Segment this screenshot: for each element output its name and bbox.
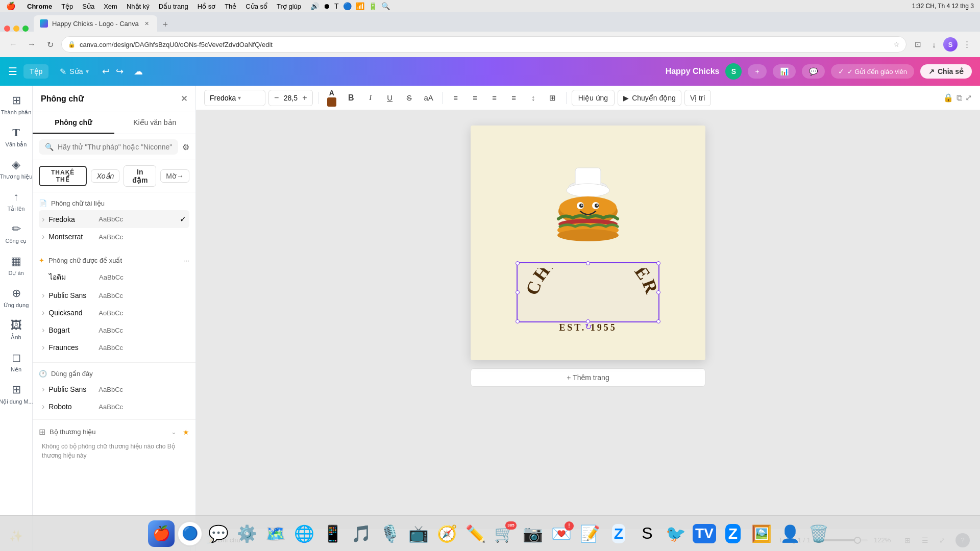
font-item-montserrat[interactable]: › Montserrat AaBbCc [39, 228, 189, 245]
style-outline-button[interactable]: THAKÊ THỂ [39, 166, 87, 186]
window-minimize-button[interactable] [13, 26, 19, 32]
menu-file[interactable]: Tệp [61, 3, 73, 10]
strikethrough-button[interactable]: S [401, 90, 418, 106]
share-button[interactable]: ↗ Chia sẻ [920, 64, 972, 79]
align-center-button[interactable]: ≡ [467, 90, 483, 106]
dock-trash[interactable]: 🗑️ [805, 520, 832, 547]
case-button[interactable]: aA [421, 90, 437, 106]
font-item-roboto[interactable]: › Roboto AaBbCc [39, 398, 189, 415]
extensions-button[interactable]: ⋮ [960, 37, 974, 52]
font-item-fraunces[interactable]: › Fraunces AaBbCc [39, 339, 189, 356]
forward-button[interactable]: → [24, 37, 39, 52]
selection-handle-mr[interactable] [656, 290, 660, 294]
menu-history[interactable]: Nhật ký [127, 3, 150, 10]
align-right-button[interactable]: ≡ [486, 90, 503, 106]
grid-button[interactable]: ⊞ [545, 90, 561, 106]
dock-skype[interactable]: S [634, 520, 660, 547]
spacing-button[interactable]: ↕ [525, 90, 542, 106]
menu-tab[interactable]: Thẻ [225, 3, 236, 10]
decrease-size-button[interactable]: − [272, 93, 281, 103]
dock-zalo2[interactable]: Z [720, 520, 746, 547]
window-close-button[interactable] [4, 26, 10, 32]
expand-icon-toolbar[interactable]: ⤢ [965, 93, 972, 103]
font-item-bogart[interactable]: › Bogart AaBbCc [39, 321, 189, 339]
font-selector[interactable]: Fredoka ▾ [204, 90, 265, 106]
dock-podcasts[interactable]: 🎙️ [377, 520, 403, 547]
address-bar[interactable]: 🔒 canva.com/design/DAGhfsBzqU0/oONs-f5cV… [61, 36, 906, 53]
comment-button[interactable]: 💬 [802, 64, 825, 79]
redo-button[interactable]: ↪ [114, 64, 126, 79]
tab-font[interactable]: Phông chữ [33, 112, 114, 134]
apple-icon[interactable]: 🍎 [6, 2, 16, 11]
design-canvas[interactable]: CHEF BURGER ↻ EST. 1955 [471, 126, 705, 360]
font-item-iaitim[interactable]: ไอติม AaBbCc [39, 267, 189, 287]
dock-contacts[interactable]: 👤 [777, 520, 803, 547]
selection-handle-tr[interactable] [656, 261, 660, 265]
window-maximize-button[interactable] [22, 26, 29, 32]
dock-safari[interactable]: 🧭 [434, 520, 460, 547]
underline-button[interactable]: U [382, 90, 398, 106]
canva-menu-icon[interactable]: ☰ [8, 65, 17, 78]
dock-settings[interactable]: ⚙️ [234, 520, 260, 547]
font-item-quicksand[interactable]: › Quicksand AoBbCc [39, 304, 189, 321]
sidebar-item-projects[interactable]: ▦ Dự án [2, 251, 31, 281]
dock-finder[interactable]: 🍎 [148, 520, 175, 547]
rotate-handle[interactable]: ↻ [585, 322, 592, 332]
lock-icon-toolbar[interactable]: 🔒 [943, 93, 953, 103]
chrome-menu-item[interactable]: Chrome [27, 3, 52, 10]
add-page-button[interactable]: + Thêm trang [471, 368, 705, 387]
animate-button[interactable]: ▶ Chuyển động [618, 90, 681, 106]
dock-notes[interactable]: 📝 [577, 520, 603, 547]
sidebar-item-uploads[interactable]: ↑ Tải lên [2, 186, 31, 216]
selection-handle-tm[interactable] [586, 261, 590, 265]
selection-handle-br[interactable] [656, 319, 660, 323]
menu-window[interactable]: Cửa sổ [246, 3, 267, 10]
sidebar-item-draw[interactable]: ✏ Công cụ [2, 218, 31, 248]
font-item-recent-publicsans[interactable]: › Public Sans AaBbCc [39, 381, 189, 398]
effects-button[interactable]: Hiệu ứng [572, 90, 615, 106]
sidebar-item-backgrounds[interactable]: ◻ Nền [2, 347, 31, 377]
send-to-teacher-button[interactable]: ✓ ✓ Gửi đến giáo viên [831, 64, 914, 79]
font-search-input-wrap[interactable]: 🔍 [39, 139, 178, 155]
cast-button[interactable]: ⊡ [911, 37, 925, 52]
sidebar-item-templates[interactable]: ⊞ Thành phần [2, 90, 31, 120]
user-avatar[interactable]: S [725, 63, 742, 80]
chef-burger-text-box[interactable]: CHEF BURGER ↻ [517, 262, 659, 322]
color-button[interactable]: A [324, 90, 340, 106]
list-button[interactable]: ≡ [506, 90, 522, 106]
sidebar-item-text[interactable]: T Văn bản [2, 122, 31, 152]
panel-close-button[interactable]: ✕ [181, 94, 187, 104]
font-item-fredoka[interactable]: › Fredoka AaBbCc ✓ [39, 210, 189, 228]
chart-button[interactable]: 📊 [773, 64, 796, 79]
style-bold-button[interactable]: In đậm [124, 165, 156, 187]
font-item-publicsans[interactable]: › Public Sans AaBbCc [39, 287, 189, 304]
selection-handle-ml[interactable] [516, 290, 520, 294]
dock-chrome[interactable]: 🔵 [177, 520, 203, 547]
menu-bookmarks[interactable]: Dấu trang [159, 3, 188, 10]
increase-size-button[interactable]: + [300, 93, 309, 103]
align-left-button[interactable]: ≡ [448, 90, 464, 106]
dock-arc[interactable]: 🌐 [291, 520, 317, 547]
dock-appstore[interactable]: 🛒 385 [491, 520, 518, 547]
refresh-button[interactable]: ↻ [43, 37, 57, 52]
dock-music[interactable]: 🎵 [348, 520, 375, 547]
dock-tv[interactable]: 📺 [405, 520, 432, 547]
menu-profiles[interactable]: Hồ sơ [198, 3, 216, 10]
tab-close-button[interactable]: ✕ [143, 19, 151, 28]
profile-button[interactable]: S [943, 37, 958, 52]
cloud-save-icon[interactable]: ☁ [132, 64, 145, 79]
dock-preview[interactable]: 🖼️ [748, 520, 775, 547]
style-italic-button[interactable]: Xoắn [91, 169, 119, 183]
dock-maps[interactable]: 🗺️ [262, 520, 289, 547]
dock-teamviewer[interactable]: TV [691, 520, 718, 547]
dock-launchpad[interactable]: 📱 [320, 520, 346, 547]
filter-icon[interactable]: ⚙ [182, 142, 189, 152]
selection-handle-tl[interactable] [516, 261, 520, 265]
menu-help[interactable]: Trợ giúp [277, 3, 301, 10]
canva-edit-btn[interactable]: ✎ Sửa ▾ [55, 64, 94, 80]
bold-button[interactable]: B [343, 90, 359, 106]
add-collaborator-button[interactable]: + [748, 64, 766, 79]
menu-edit[interactable]: Sửa [82, 3, 94, 10]
downloads-button[interactable]: ↓ [927, 37, 941, 52]
new-tab-button[interactable]: + [158, 17, 173, 32]
